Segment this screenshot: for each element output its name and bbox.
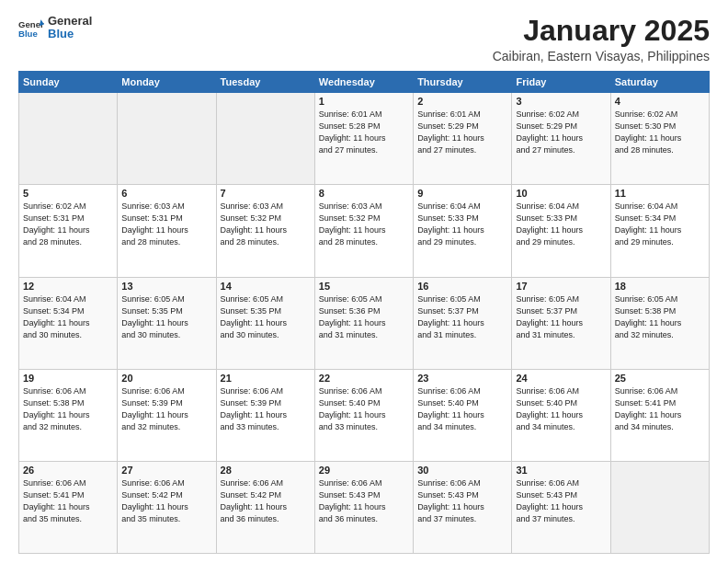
table-row: 16Sunrise: 6:05 AM Sunset: 5:37 PM Dayli… xyxy=(414,277,512,369)
col-wednesday: Wednesday xyxy=(314,72,413,93)
day-number: 30 xyxy=(417,465,507,476)
day-info: Sunrise: 6:04 AM Sunset: 5:34 PM Dayligh… xyxy=(23,293,113,341)
table-row xyxy=(610,461,709,553)
day-number: 7 xyxy=(221,188,311,199)
table-row: 23Sunrise: 6:06 AM Sunset: 5:40 PM Dayli… xyxy=(414,369,512,461)
day-info: Sunrise: 6:02 AM Sunset: 5:30 PM Dayligh… xyxy=(615,109,705,156)
table-row: 9Sunrise: 6:04 AM Sunset: 5:33 PM Daylig… xyxy=(414,185,512,277)
calendar-table: Sunday Monday Tuesday Wednesday Thursday… xyxy=(18,71,710,554)
table-row: 2Sunrise: 6:01 AM Sunset: 5:29 PM Daylig… xyxy=(414,93,512,185)
calendar-week-row: 1Sunrise: 6:01 AM Sunset: 5:28 PM Daylig… xyxy=(19,93,710,185)
day-info: Sunrise: 6:06 AM Sunset: 5:42 PM Dayligh… xyxy=(121,477,211,525)
day-number: 22 xyxy=(319,373,409,384)
calendar-week-row: 5Sunrise: 6:02 AM Sunset: 5:31 PM Daylig… xyxy=(19,185,710,277)
day-number: 4 xyxy=(615,96,705,107)
col-monday: Monday xyxy=(118,72,216,93)
table-row: 18Sunrise: 6:05 AM Sunset: 5:38 PM Dayli… xyxy=(610,277,709,369)
day-number: 15 xyxy=(319,281,409,292)
table-row: 8Sunrise: 6:03 AM Sunset: 5:32 PM Daylig… xyxy=(314,185,413,277)
table-row: 6Sunrise: 6:03 AM Sunset: 5:31 PM Daylig… xyxy=(118,185,216,277)
day-info: Sunrise: 6:01 AM Sunset: 5:29 PM Dayligh… xyxy=(417,109,507,156)
day-info: Sunrise: 6:06 AM Sunset: 5:43 PM Dayligh… xyxy=(417,477,507,525)
table-row xyxy=(216,93,314,185)
day-info: Sunrise: 6:06 AM Sunset: 5:42 PM Dayligh… xyxy=(221,477,311,525)
table-row: 5Sunrise: 6:02 AM Sunset: 5:31 PM Daylig… xyxy=(19,185,118,277)
logo-icon: General Blue xyxy=(18,15,44,40)
table-row: 1Sunrise: 6:01 AM Sunset: 5:28 PM Daylig… xyxy=(314,93,413,185)
table-row xyxy=(118,93,216,185)
day-info: Sunrise: 6:04 AM Sunset: 5:33 PM Dayligh… xyxy=(516,201,606,248)
day-number: 3 xyxy=(516,96,606,107)
table-row: 13Sunrise: 6:05 AM Sunset: 5:35 PM Dayli… xyxy=(118,277,216,369)
day-number: 23 xyxy=(417,373,507,384)
calendar-week-row: 12Sunrise: 6:04 AM Sunset: 5:34 PM Dayli… xyxy=(19,277,710,369)
day-number: 28 xyxy=(221,465,311,476)
logo-blue: Blue xyxy=(48,28,92,40)
table-row: 28Sunrise: 6:06 AM Sunset: 5:42 PM Dayli… xyxy=(216,461,314,553)
calendar-week-row: 26Sunrise: 6:06 AM Sunset: 5:41 PM Dayli… xyxy=(19,461,710,553)
day-info: Sunrise: 6:05 AM Sunset: 5:38 PM Dayligh… xyxy=(615,293,705,341)
day-info: Sunrise: 6:05 AM Sunset: 5:36 PM Dayligh… xyxy=(319,293,409,341)
table-row: 10Sunrise: 6:04 AM Sunset: 5:33 PM Dayli… xyxy=(512,185,610,277)
day-number: 10 xyxy=(516,188,606,199)
day-number: 20 xyxy=(121,373,211,384)
table-row: 26Sunrise: 6:06 AM Sunset: 5:41 PM Dayli… xyxy=(19,461,118,553)
calendar-week-row: 19Sunrise: 6:06 AM Sunset: 5:38 PM Dayli… xyxy=(19,369,710,461)
table-row: 11Sunrise: 6:04 AM Sunset: 5:34 PM Dayli… xyxy=(610,185,709,277)
table-row: 25Sunrise: 6:06 AM Sunset: 5:41 PM Dayli… xyxy=(610,369,709,461)
day-number: 27 xyxy=(121,465,211,476)
col-sunday: Sunday xyxy=(19,72,118,93)
day-number: 6 xyxy=(121,188,211,199)
day-number: 11 xyxy=(615,188,705,199)
table-row: 30Sunrise: 6:06 AM Sunset: 5:43 PM Dayli… xyxy=(414,461,512,553)
day-info: Sunrise: 6:05 AM Sunset: 5:37 PM Dayligh… xyxy=(417,293,507,341)
table-row: 17Sunrise: 6:05 AM Sunset: 5:37 PM Dayli… xyxy=(512,277,610,369)
day-number: 17 xyxy=(516,281,606,292)
table-row: 14Sunrise: 6:05 AM Sunset: 5:35 PM Dayli… xyxy=(216,277,314,369)
day-info: Sunrise: 6:06 AM Sunset: 5:41 PM Dayligh… xyxy=(23,477,113,525)
day-number: 12 xyxy=(23,281,113,292)
logo-general: General xyxy=(48,15,92,28)
table-row: 12Sunrise: 6:04 AM Sunset: 5:34 PM Dayli… xyxy=(19,277,118,369)
day-number: 29 xyxy=(319,465,409,476)
table-row: 21Sunrise: 6:06 AM Sunset: 5:39 PM Dayli… xyxy=(216,369,314,461)
col-tuesday: Tuesday xyxy=(216,72,314,93)
day-number: 18 xyxy=(615,281,705,292)
col-thursday: Thursday xyxy=(414,72,512,93)
day-info: Sunrise: 6:01 AM Sunset: 5:28 PM Dayligh… xyxy=(319,109,409,156)
day-number: 2 xyxy=(417,96,507,107)
day-info: Sunrise: 6:05 AM Sunset: 5:35 PM Dayligh… xyxy=(221,293,311,341)
day-info: Sunrise: 6:06 AM Sunset: 5:40 PM Dayligh… xyxy=(319,385,409,433)
day-info: Sunrise: 6:06 AM Sunset: 5:43 PM Dayligh… xyxy=(319,477,409,525)
day-number: 13 xyxy=(121,281,211,292)
day-info: Sunrise: 6:06 AM Sunset: 5:41 PM Dayligh… xyxy=(615,385,705,433)
col-friday: Friday xyxy=(512,72,610,93)
day-info: Sunrise: 6:03 AM Sunset: 5:32 PM Dayligh… xyxy=(319,201,409,248)
day-info: Sunrise: 6:06 AM Sunset: 5:43 PM Dayligh… xyxy=(516,477,606,525)
logo: General Blue General Blue xyxy=(18,15,92,41)
page: General Blue General Blue January 2025 C… xyxy=(0,0,728,563)
calendar-header-row: Sunday Monday Tuesday Wednesday Thursday… xyxy=(19,72,710,93)
table-row: 15Sunrise: 6:05 AM Sunset: 5:36 PM Dayli… xyxy=(314,277,413,369)
day-info: Sunrise: 6:06 AM Sunset: 5:39 PM Dayligh… xyxy=(121,385,211,433)
calendar-subtitle: Caibiran, Eastern Visayas, Philippines xyxy=(493,49,710,63)
table-row: 20Sunrise: 6:06 AM Sunset: 5:39 PM Dayli… xyxy=(118,369,216,461)
day-number: 9 xyxy=(417,188,507,199)
day-number: 14 xyxy=(221,281,311,292)
table-row xyxy=(19,93,118,185)
title-block: January 2025 Caibiran, Eastern Visayas, … xyxy=(493,15,710,63)
table-row: 3Sunrise: 6:02 AM Sunset: 5:29 PM Daylig… xyxy=(512,93,610,185)
day-info: Sunrise: 6:05 AM Sunset: 5:37 PM Dayligh… xyxy=(516,293,606,341)
day-info: Sunrise: 6:04 AM Sunset: 5:33 PM Dayligh… xyxy=(417,201,507,248)
table-row: 24Sunrise: 6:06 AM Sunset: 5:40 PM Dayli… xyxy=(512,369,610,461)
table-row: 19Sunrise: 6:06 AM Sunset: 5:38 PM Dayli… xyxy=(19,369,118,461)
day-number: 26 xyxy=(23,465,113,476)
day-number: 25 xyxy=(615,373,705,384)
table-row: 27Sunrise: 6:06 AM Sunset: 5:42 PM Dayli… xyxy=(118,461,216,553)
day-number: 1 xyxy=(319,96,409,107)
col-saturday: Saturday xyxy=(610,72,709,93)
day-number: 19 xyxy=(23,373,113,384)
svg-text:Blue: Blue xyxy=(18,29,38,39)
day-info: Sunrise: 6:03 AM Sunset: 5:31 PM Dayligh… xyxy=(121,201,211,248)
day-info: Sunrise: 6:02 AM Sunset: 5:29 PM Dayligh… xyxy=(516,109,606,156)
